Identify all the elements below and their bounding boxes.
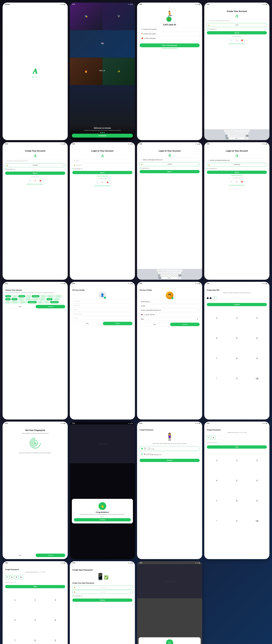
key-d[interactable]: D [230,132,233,134]
key-n-l2[interactable]: N [173,274,176,276]
g-btn-l3[interactable]: G [235,180,239,184]
fb-btn-ca1[interactable]: f [230,38,234,42]
g-btn-ca2[interactable]: G [33,179,37,182]
back-button-fp1[interactable]: ← [72,286,132,288]
continue-button-int[interactable]: Continue [36,305,65,308]
key-z-l2[interactable]: Z [160,274,163,276]
key-s-l2[interactable]: S [161,272,163,274]
key-y[interactable]: Y [237,130,239,132]
key-l-l2[interactable]: L [179,272,181,274]
password-input-l2[interactable]: 🔒 •••••••• 👁 [140,162,200,166]
tag-erchi[interactable]: Erchi [26,295,31,298]
key-g-l2[interactable]: G [168,272,171,274]
np-1-fpc2[interactable]: 1 [5,590,25,610]
key-y-l2[interactable]: Y [170,270,172,272]
key-return[interactable]: return [244,137,248,139]
code-box-2[interactable]: 4 [212,435,215,440]
fb-btn-ca2[interactable]: f [28,179,32,182]
key-a-l2[interactable]: A [158,272,160,274]
tag-television[interactable]: Television [19,301,27,303]
eye-icon-l3[interactable]: 👁 [264,164,266,166]
new-password-input-2[interactable]: 🔒 ············ 👁 [72,590,132,594]
key-r-l2[interactable]: R [164,270,167,272]
fullname-input-fp1[interactable]: Full Name [72,300,132,303]
apple-btn-ca2[interactable]: 🍎 [38,179,42,182]
continue-button-pin[interactable]: Continue [207,303,267,306]
tag-isekai[interactable]: Isekai [5,301,11,303]
avatar-fp1[interactable]: 👤 ✏ [99,292,106,299]
key-s[interactable]: S [228,132,230,134]
tag-shounen[interactable]: Shounen [12,301,19,303]
tag-action[interactable]: Action [5,295,11,298]
new-password-input-1[interactable]: 🔒 ············ 👁 [72,586,132,589]
verify-button-fpc2[interactable]: Verify [5,585,65,588]
skip-button-fp1[interactable]: Skip [72,322,102,325]
key-t-l2[interactable]: T [167,270,170,272]
np-0-fpc1[interactable]: 0 [227,511,247,531]
back-button-pin[interactable]: ← [207,286,267,288]
email-input-fp1[interactable]: Email [72,308,132,312]
key-m[interactable]: M [243,135,246,137]
key-return-l2[interactable]: return [177,277,181,279]
key-w[interactable]: W [227,130,229,132]
key-w-l2[interactable]: W [160,270,162,272]
np-9-fpc1[interactable]: 9 [247,491,267,511]
back-button-ca1[interactable]: ← [207,6,267,9]
key-i-l2[interactable]: I [175,270,177,272]
avatar-edit-fp1[interactable]: ✏ [104,297,106,299]
password-input-ca1[interactable]: 🔒 •••••• 👁 [207,23,267,27]
code-box-4-fpc2[interactable]: 8 [19,575,23,579]
remember-checkbox-l1[interactable]: ✓ [72,168,74,170]
tag-vampire[interactable]: Vampire [53,298,60,300]
remember-checkbox-ca1[interactable]: ✓ [207,28,208,30]
key-u-l2[interactable]: U [172,270,175,272]
key-space-l2[interactable]: space [162,277,177,279]
back-button-fp2[interactable]: ← [140,286,200,288]
np-3-fpc2[interactable]: 3 [46,590,65,610]
numpad-6[interactable]: 6 [247,328,267,348]
username-input-fp1[interactable]: Username [72,304,132,307]
np-5-fpc2[interactable]: 5 [25,610,45,630]
key-q[interactable]: Q [224,130,226,132]
numpad-star[interactable]: * [207,369,226,388]
np-7-fpc2[interactable]: 7 [5,631,25,644]
back-button-fgp[interactable]: ← [140,426,200,428]
eye-icon-ca2[interactable]: 👁 [62,164,64,166]
np-7-fpc1[interactable]: 7 [207,491,226,511]
profile-photo-fp2[interactable]: 👨 ✏ [166,292,174,299]
password-input-l1[interactable]: 🔒 Password [72,163,132,167]
signup-link-l3[interactable]: Sign up [241,184,244,186]
key-f[interactable]: F [233,132,236,134]
tag-music[interactable]: Music [5,298,11,300]
email-option[interactable]: ✉ via Email and****ley@yourdomain.com [140,452,200,456]
back-button-fpc2[interactable]: ← [5,565,65,567]
numpad-7[interactable]: 7 [207,348,226,368]
key-l[interactable]: L [246,132,248,134]
key-r[interactable]: R [232,130,234,132]
numpad-9[interactable]: 9 [247,348,267,368]
np-1-fpc1[interactable]: 1 [207,451,226,470]
verify-button-fpc1[interactable]: Verify [207,446,267,448]
key-del-l2[interactable]: ⌫ [178,274,181,276]
signup-button-ca1[interactable]: Sign up [207,31,267,34]
back-button-cnp[interactable]: ← [72,565,74,567]
numpad-2[interactable]: 2 [227,308,247,328]
username-input-fp2[interactable]: Andrew [140,304,200,308]
tag-adventure[interactable]: Adventure [32,295,40,298]
key-x[interactable]: X [230,135,232,137]
key-o-l2[interactable]: O [178,270,180,272]
numpad-4[interactable]: 4 [207,328,226,348]
numpad-5[interactable]: 5 [227,328,247,348]
code-box-2-fpc2[interactable]: 4 [10,575,14,579]
skip-button-int[interactable]: Skip [5,305,35,308]
forgot-link-l3[interactable]: Forgot the password? [207,175,267,176]
password-input-l3[interactable]: 🔒 •••••••••••• 👁 [207,163,267,167]
numpad-3[interactable]: 3 [247,308,267,328]
eye-icon-cnp2[interactable]: 👁 [130,591,131,592]
key-v[interactable]: V [236,135,238,137]
back-button-fp[interactable]: ← [5,426,7,428]
sign-in-link-ca2[interactable]: Sign in [40,184,44,185]
back-button-int[interactable]: ← [5,286,65,288]
key-o[interactable]: O [245,130,247,132]
key-p-l2[interactable]: P [180,270,182,272]
